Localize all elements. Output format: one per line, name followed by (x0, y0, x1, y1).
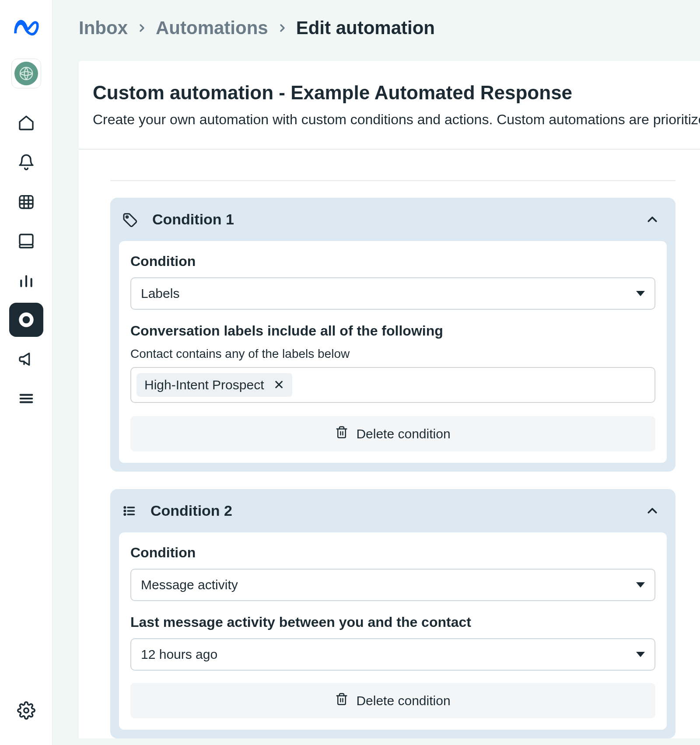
condition-panel-2: Condition 2 Condition Message activity L… (110, 489, 676, 738)
rule-sublabel: Contact contains any of the labels below (130, 347, 655, 361)
chevron-up-icon[interactable] (646, 504, 659, 518)
rule-label: Conversation labels include all of the f… (130, 323, 655, 339)
condition-field-label: Condition (130, 545, 655, 561)
select-value: Message activity (141, 577, 238, 592)
chevron-right-icon (277, 23, 287, 33)
condition-title: Condition 1 (152, 211, 646, 228)
condition-title: Condition 2 (150, 502, 646, 519)
svg-point-7 (126, 216, 128, 218)
nav-calendar[interactable] (9, 185, 43, 219)
delete-label: Delete condition (356, 427, 450, 441)
time-select[interactable]: 12 hours ago (130, 638, 655, 671)
condition-panel-1: Condition 1 Condition Labels Conversatio… (110, 198, 676, 472)
delete-condition-button[interactable]: Delete condition (130, 416, 655, 451)
list-icon (122, 504, 136, 518)
divider (110, 180, 676, 181)
select-value: 12 hours ago (141, 647, 217, 662)
profile-badge[interactable] (11, 59, 41, 88)
nav-notifications[interactable] (9, 145, 43, 179)
nav-cards[interactable] (9, 224, 43, 258)
breadcrumb-inbox[interactable]: Inbox (79, 17, 128, 38)
condition-body: Condition Labels Conversation labels inc… (119, 241, 667, 463)
chevron-right-icon (136, 23, 147, 33)
condition-type-select[interactable]: Message activity (130, 569, 655, 601)
svg-point-5 (22, 316, 30, 324)
nav-settings[interactable] (9, 693, 43, 728)
svg-rect-3 (20, 245, 33, 248)
caret-down-icon (636, 291, 645, 296)
breadcrumb-automations[interactable]: Automations (156, 17, 268, 38)
svg-rect-1 (20, 196, 33, 208)
nav-announcements[interactable] (9, 342, 43, 376)
nav-inbox[interactable] (9, 303, 43, 337)
chip-text: High-Intent Prospect (144, 378, 264, 392)
svg-rect-2 (20, 234, 33, 245)
svg-point-15 (124, 514, 126, 515)
meta-logo (12, 17, 40, 37)
svg-point-14 (124, 510, 126, 511)
svg-point-6 (24, 708, 28, 713)
svg-point-13 (124, 507, 126, 508)
delete-condition-button[interactable]: Delete condition (130, 683, 655, 718)
nav-home[interactable] (9, 106, 43, 140)
select-value: Labels (141, 286, 179, 301)
chevron-up-icon[interactable] (646, 213, 659, 226)
condition-body: Condition Message activity Last message … (119, 532, 667, 730)
svg-point-0 (20, 67, 32, 80)
condition-header[interactable]: Condition 2 (119, 489, 667, 532)
caret-down-icon (636, 652, 645, 657)
main-area: Inbox Automations Edit automation Custom… (52, 0, 700, 745)
labels-input[interactable]: High-Intent Prospect ✕ (130, 367, 655, 403)
rule-label: Last message activity between you and th… (130, 614, 655, 630)
tag-icon (122, 212, 138, 227)
condition-field-label: Condition (130, 253, 655, 269)
trash-icon (335, 426, 348, 442)
page-title: Custom automation - Example Automated Re… (79, 82, 700, 104)
nav-insights[interactable] (9, 263, 43, 297)
sidebar (0, 0, 52, 745)
breadcrumb-current: Edit automation (296, 17, 435, 38)
nav-menu[interactable] (9, 381, 43, 416)
divider (79, 149, 700, 150)
label-chip: High-Intent Prospect ✕ (136, 373, 292, 397)
breadcrumb: Inbox Automations Edit automation (52, 17, 700, 38)
content-card: Custom automation - Example Automated Re… (79, 60, 700, 738)
delete-label: Delete condition (356, 693, 450, 708)
remove-chip-icon[interactable]: ✕ (273, 378, 284, 392)
trash-icon (335, 693, 348, 709)
page-description: Create your own automation with custom c… (79, 112, 700, 128)
condition-header[interactable]: Condition 1 (119, 198, 667, 241)
caret-down-icon (636, 582, 645, 588)
condition-type-select[interactable]: Labels (130, 277, 655, 310)
